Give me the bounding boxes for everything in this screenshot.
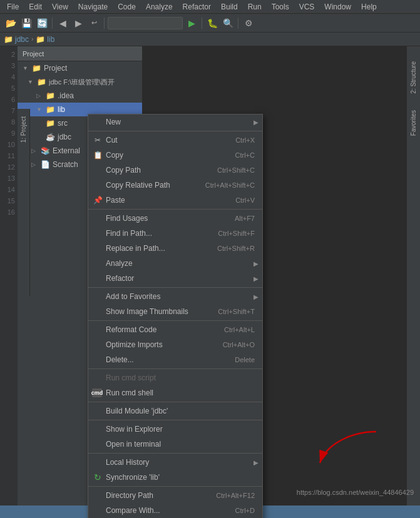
menu-vcs[interactable]: VCS <box>295 1 319 13</box>
menu-analyze[interactable]: Analyze <box>141 1 177 13</box>
toolbar-refresh[interactable]: 🔄 <box>35 16 49 30</box>
compare-shortcut: Ctrl+D <box>223 507 255 514</box>
toolbar-back[interactable]: ◀ <box>56 16 69 30</box>
menu-navigate[interactable]: Navigate <box>74 1 112 13</box>
menu-window[interactable]: Window <box>320 1 356 13</box>
menu-run[interactable]: Run <box>243 1 266 13</box>
sep-6 <box>88 402 262 402</box>
menu-item-paste[interactable]: 📌 Paste Ctrl+V <box>88 193 262 208</box>
find-usages-label: Find Usages <box>106 214 148 223</box>
tree-label-external: External <box>53 146 80 155</box>
menu-code[interactable]: Code <box>113 1 140 13</box>
context-menu: New ▶ ✂ Cut Ctrl+X 📋 Copy Ctrl+C Copy Pa… <box>88 114 263 518</box>
run-config-dropdown[interactable] <box>108 17 183 29</box>
folder-icon: 📁 <box>4 35 13 44</box>
menu-item-show-in-explorer[interactable]: Show in Explorer <box>88 422 262 437</box>
toolbar-open-folder[interactable]: 📂 <box>4 16 18 30</box>
line-num-12: 13 <box>0 173 15 184</box>
menu-build[interactable]: Build <box>217 1 242 13</box>
vertical-tab-structure[interactable]: 2: Structure <box>410 61 417 94</box>
line-num-8: 9 <box>0 128 15 139</box>
show-explorer-label: Show in Explorer <box>106 425 163 434</box>
code-content <box>143 46 406 63</box>
menu-item-synchronize[interactable]: ↻ Synchronize 'lib' <box>88 470 262 485</box>
menu-item-directory-path[interactable]: Directory Path Ctrl+Alt+F12 <box>88 488 262 503</box>
menu-item-open-terminal[interactable]: Open in terminal <box>88 437 262 452</box>
vertical-tab-favorites[interactable]: Favorites <box>410 110 417 136</box>
menu-bar: File Edit View Navigate Code Analyze Ref… <box>0 0 420 14</box>
analyze-submenu-arrow: ▶ <box>254 260 259 267</box>
sep-7 <box>88 420 262 420</box>
menu-item-show-image-thumbnails[interactable]: Show Image Thumbnails Ctrl+Shift+T <box>88 304 262 319</box>
toolbar-run[interactable]: ▶ <box>185 16 198 30</box>
new-submenu-arrow: ▶ <box>254 119 259 126</box>
reformat-label: Reformat Code <box>106 325 156 334</box>
line-num-14: 15 <box>0 195 15 206</box>
menu-item-find-in-path[interactable]: Find in Path... Ctrl+Shift+F <box>88 226 262 241</box>
add-favorites-label: Add to Favorites <box>106 292 160 301</box>
menu-refactor[interactable]: Refactor <box>178 1 215 13</box>
idea-icon: 📁 <box>45 91 55 101</box>
reformat-shortcut: Ctrl+Alt+L <box>212 326 255 333</box>
tree-label-src: src <box>58 119 68 128</box>
toolbar-search[interactable]: 🔍 <box>221 16 235 30</box>
tree-item-project[interactable]: ▼ 📁 Project <box>18 61 142 75</box>
toolbar-debug[interactable]: 🐛 <box>205 16 219 30</box>
toolbar-undo[interactable]: ↩ <box>87 16 101 30</box>
tree-item-idea[interactable]: ▷ 📁 .idea <box>18 89 142 103</box>
delete-shortcut: Delete <box>222 356 255 363</box>
breadcrumb-lib[interactable]: 📁 lib <box>36 35 54 44</box>
refactor-label: Refactor <box>106 274 134 283</box>
menu-item-local-history[interactable]: Local History ▶ <box>88 455 262 470</box>
directory-path-label: Directory Path <box>106 491 153 500</box>
menu-item-copy[interactable]: 📋 Copy Ctrl+C <box>88 148 262 163</box>
dir-path-shortcut: Ctrl+Alt+F12 <box>203 492 255 499</box>
menu-item-cut[interactable]: ✂ Cut Ctrl+X <box>88 133 262 148</box>
copy-shortcut: Ctrl+C <box>223 151 255 159</box>
menu-view[interactable]: View <box>48 1 73 13</box>
line-num-6: 7 <box>0 105 15 116</box>
menu-file[interactable]: File <box>3 1 23 13</box>
menu-item-compare-with[interactable]: Compare With... Ctrl+D <box>88 503 262 518</box>
menu-item-copy-path[interactable]: Copy Path Ctrl+Shift+C <box>88 163 262 178</box>
right-sidebar: 2: Structure Favorites <box>406 46 420 505</box>
tree-item-jdbc[interactable]: ▼ 📁 jdbc F:\班级管理\西开 <box>18 75 142 89</box>
sep-5 <box>88 368 262 369</box>
menu-help[interactable]: Help <box>357 1 381 13</box>
menu-tools[interactable]: Tools <box>267 1 294 13</box>
menu-item-reformat-code[interactable]: Reformat Code Ctrl+Alt+L <box>88 322 262 337</box>
menu-item-replace-in-path[interactable]: Replace in Path... Ctrl+Shift+R <box>88 241 262 256</box>
menu-item-copy-relative-path[interactable]: Copy Relative Path Ctrl+Alt+Shift+C <box>88 178 262 193</box>
menu-item-refactor[interactable]: Refactor ▶ <box>88 271 262 286</box>
menu-item-optimize-imports[interactable]: Optimize Imports Ctrl+Alt+O <box>88 337 262 352</box>
sep-4 <box>88 320 262 321</box>
new-label: New <box>106 118 121 126</box>
toolbar-separator-2 <box>104 18 105 29</box>
menu-item-analyze[interactable]: Analyze ▶ <box>88 256 262 271</box>
line-num-2: 3 <box>0 60 15 71</box>
tree-arrow-lib: ▼ <box>36 106 45 113</box>
menu-item-new[interactable]: New ▶ <box>88 114 262 130</box>
toolbar-settings[interactable]: ⚙ <box>242 16 255 30</box>
analyze-label: Analyze <box>106 259 133 268</box>
menu-item-add-to-favorites[interactable]: Add to Favorites ▶ <box>88 289 262 304</box>
menu-edit[interactable]: Edit <box>24 1 46 13</box>
watermark: https://blog.csdn.net/weixin_44846429 <box>297 489 414 496</box>
local-history-label: Local History <box>106 458 149 467</box>
src-icon: 📁 <box>45 118 55 128</box>
folder-icon-2: 📁 <box>36 35 45 44</box>
run-cmd-shell-label: Run cmd shell <box>106 388 153 397</box>
line-num-9: 10 <box>0 139 15 150</box>
menu-item-build-module[interactable]: Build Module 'jdbc' <box>88 404 262 419</box>
line-num-15: 16 <box>0 206 15 218</box>
menu-item-delete[interactable]: Delete... Delete <box>88 352 262 367</box>
breadcrumb-jdbc[interactable]: 📁 jdbc <box>4 35 29 44</box>
sep-8 <box>88 453 262 454</box>
toolbar-save[interactable]: 💾 <box>19 16 33 30</box>
cmd-icon: cmd <box>92 388 102 397</box>
menu-item-find-usages[interactable]: Find Usages Alt+F7 <box>88 211 262 226</box>
tree-arrow-jdbc: ▼ <box>28 79 36 85</box>
vertical-tab-project[interactable]: 1: Project <box>20 116 27 143</box>
toolbar-forward[interactable]: ▶ <box>71 16 85 30</box>
menu-item-run-cmd-shell[interactable]: cmd Run cmd shell <box>88 385 262 400</box>
